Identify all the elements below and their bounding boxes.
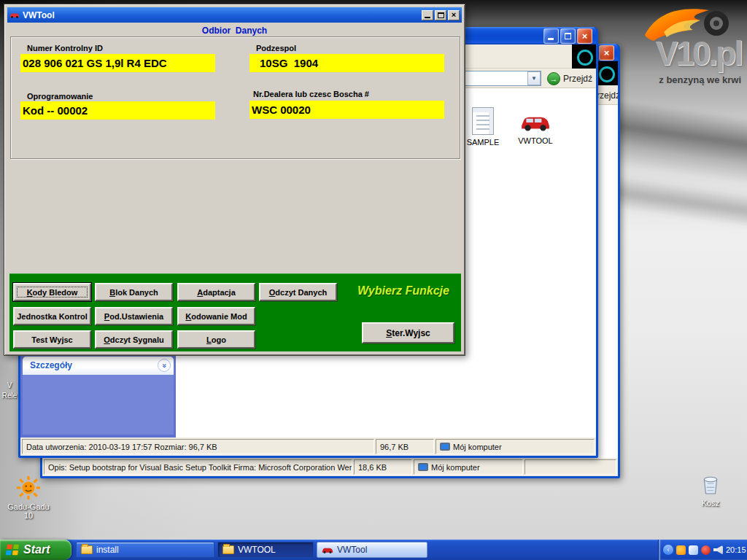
minimize-icon <box>425 17 430 18</box>
minimize-icon <box>548 38 554 40</box>
chevron-down-icon: ▼ <box>531 75 537 82</box>
task-label: install <box>96 545 119 555</box>
folder-icon <box>81 545 93 554</box>
vwtool-app-icon <box>9 10 20 20</box>
status-text: Data utworzenia: 2010-03-19 17:57 Rozmia… <box>26 443 217 451</box>
status-size-text: 18,6 KB <box>358 463 387 472</box>
details-header-label: Szczegóły <box>30 360 72 370</box>
brand-throbber-icon <box>572 44 596 69</box>
status-size-text: 96,7 KB <box>380 443 409 451</box>
red-car-icon <box>322 546 333 554</box>
minimize-button[interactable] <box>422 10 433 20</box>
tray-chevron-button[interactable]: ‹ <box>663 545 673 555</box>
details-section-body <box>23 375 174 435</box>
status-bar: Data utworzenia: 2010-03-19 17:57 Rozmia… <box>20 438 596 456</box>
maximize-button[interactable] <box>435 10 446 20</box>
status-file-size: 96,7 KB <box>376 439 434 454</box>
field-label: Oprogramowanie <box>27 92 93 101</box>
tray-gadu-sun-icon[interactable] <box>676 545 686 555</box>
partial-label-line1: V <box>0 381 19 391</box>
close-icon: × <box>582 31 588 41</box>
desktop-icon-label: Gadu-Gadu 10 <box>4 502 53 520</box>
desktop-icon-gadu-gadu[interactable]: Gadu-Gadu 10 <box>4 476 53 520</box>
my-computer-icon <box>440 443 450 451</box>
test-wyjsc-button[interactable]: Test Wyjsc <box>13 330 91 349</box>
status-description: Opis: Setup bootstrap for Visual Basic S… <box>44 459 352 475</box>
ster-wyjsc-button[interactable]: Ster.Wyjsc <box>362 322 454 343</box>
windows-flag-icon <box>5 543 20 556</box>
field-label: Nr.Dealera lub czesc Boscha # <box>253 90 369 98</box>
system-tray: ‹ 20:15 <box>658 540 747 560</box>
maximize-icon <box>438 12 444 18</box>
taskbar-task-vwtool-app[interactable]: VWTool <box>317 542 427 558</box>
window-title-bar[interactable]: VWTool × <box>7 7 462 23</box>
tray-volume-icon[interactable] <box>713 545 723 555</box>
task-label: VWTool <box>337 545 367 555</box>
field-label: Podzespol <box>256 44 296 52</box>
taskbar-task-install[interactable]: install <box>76 542 214 558</box>
start-button[interactable]: Start <box>0 540 71 560</box>
file-item-vwtool[interactable]: VWTOOL <box>507 107 564 145</box>
partial-label-line2: Rele <box>0 391 19 401</box>
taskbar: Start install VWTOOL VWTool ‹ 20:15 <box>0 540 747 560</box>
odczyt-danych-button[interactable]: Odczyt Danych <box>259 283 337 301</box>
recycle-bin-icon <box>701 472 720 496</box>
status-bar: Opis: Setup bootstrap for Visual Basic S… <box>42 458 618 476</box>
tray-messenger-icon[interactable] <box>689 545 698 555</box>
taskbar-clock: 20:15 <box>726 545 746 554</box>
file-label: VWTOOL <box>507 136 564 145</box>
document-file-icon <box>472 107 494 135</box>
go-button-label: Przejdź <box>563 74 592 84</box>
close-button[interactable]: × <box>599 45 614 61</box>
partial-desktop-icon-label[interactable]: V Rele <box>0 381 19 401</box>
address-dropdown-button[interactable]: ▼ <box>527 71 541 85</box>
folder-icon <box>222 545 234 554</box>
start-label: Start <box>23 543 50 556</box>
field-value-controller-id: 028 906 021 GS 1,9l R4 EDC <box>20 54 215 72</box>
blok-danych-button[interactable]: Blok Danych <box>95 283 173 301</box>
status-file-size: 18,6 KB <box>354 459 412 475</box>
desktop-icon-recycle-bin[interactable]: Kosz <box>689 472 732 508</box>
red-car-icon <box>520 112 551 133</box>
pod-ustawienia-button[interactable]: Pod.Ustawienia <box>95 307 173 325</box>
status-zone-text: Mój komputer <box>453 443 502 451</box>
field-label: Numer Kontrolny ID <box>27 44 103 52</box>
my-computer-icon <box>418 463 428 471</box>
jednostka-kontrol-button[interactable]: Jednostka Kontrol <box>13 307 91 325</box>
function-panel: Kody Bledow Blok Danych Adaptacja Odczyt… <box>9 273 461 351</box>
close-icon: × <box>604 48 610 58</box>
taskbar-task-vwtool-folder[interactable]: VWTOOL <box>217 542 314 558</box>
field-value-software: Kod -- 00002 <box>20 101 215 120</box>
logo-button[interactable]: Logo <box>177 330 255 349</box>
close-button[interactable]: × <box>577 28 592 44</box>
status-text: Opis: Setup bootstrap for Visual Basic S… <box>48 463 352 472</box>
go-arrow-icon: → <box>547 72 560 85</box>
maximize-icon <box>565 33 571 39</box>
odczyt-sygnalu-button[interactable]: Odczyt Sygnalu <box>95 330 173 349</box>
status-zone: Mój komputer <box>436 439 595 454</box>
desktop-icon-label: Kosz <box>689 499 732 508</box>
status-description: Data utworzenia: 2010-03-19 17:57 Rozmia… <box>22 439 374 454</box>
status-empty-segment <box>525 459 616 475</box>
kodowanie-mod-button[interactable]: Kodowanie Mod <box>177 307 255 325</box>
tray-antivirus-icon[interactable] <box>701 545 711 555</box>
vwtool-window: VWTool × Odbior Danych Numer Kontrolny I… <box>4 4 465 356</box>
adaptacja-button[interactable]: Adaptacja <box>177 283 255 301</box>
choose-function-prompt: Wybierz Funkcje <box>357 284 449 298</box>
kody-bledow-button[interactable]: Kody Bledow <box>13 283 91 301</box>
details-section-header[interactable]: Szczegóły » <box>23 357 174 375</box>
menu-odbior-danych[interactable]: Odbior Danych <box>4 26 465 36</box>
gadu-sun-icon <box>17 476 40 499</box>
field-value-component: 10SG 1904 <box>249 54 444 72</box>
window-title: VWTool <box>23 10 55 20</box>
details-collapse-button[interactable]: » <box>158 359 171 372</box>
maximize-button[interactable] <box>560 28 576 44</box>
close-icon: × <box>452 11 456 19</box>
go-button[interactable]: → Przejdź <box>547 71 592 86</box>
close-button[interactable]: × <box>448 10 460 20</box>
task-label: VWTOOL <box>238 545 276 555</box>
chevron-icon: » <box>160 363 169 368</box>
field-value-wsc: WSC 00020 <box>249 101 444 119</box>
minimize-button[interactable] <box>543 28 559 44</box>
status-zone: Mój komputer <box>414 459 523 475</box>
